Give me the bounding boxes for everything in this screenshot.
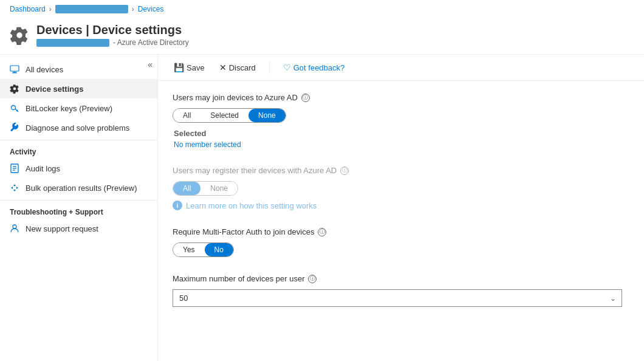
content-area: 💾 Save ✕ Discard ♡ Got feedback? Users m…	[158, 55, 644, 361]
sidebar-label-bitlocker: BitLocker keys (Preview)	[26, 104, 112, 113]
register-devices-info-icon[interactable]: ⓘ	[340, 167, 349, 175]
page-header: Devices | Device settings - Azure Active…	[0, 18, 644, 55]
breadcrumb: Dashboard › › Devices	[0, 0, 644, 18]
subtitle-text: - Azure Active Directory	[113, 38, 189, 47]
main-layout: « All devices Device settings BitLocker …	[0, 55, 644, 361]
sidebar-label-diagnose: Diagnose and solve problems	[26, 123, 129, 132]
register-devices-info-link[interactable]: i Learn more on how this setting works	[173, 201, 629, 210]
breadcrumb-sep1: ›	[49, 5, 52, 13]
sidebar-item-new-support[interactable]: New support request	[0, 219, 157, 238]
max-devices-dropdown-wrap: 50 5 10 20 Unlimited ⌄	[173, 289, 622, 307]
toolbar: 💾 Save ✕ Discard ♡ Got feedback?	[158, 55, 644, 81]
feedback-label: Got feedback?	[293, 63, 345, 72]
join-devices-label: Users may join devices to Azure AD ⓘ	[173, 93, 629, 102]
sidebar-item-bulk-operation[interactable]: Bulk operation results (Preview)	[0, 178, 157, 198]
max-devices-info-icon[interactable]: ⓘ	[308, 275, 317, 283]
sidebar-label-new-support: New support request	[26, 224, 98, 233]
log-icon	[10, 163, 19, 173]
join-devices-all-option[interactable]: All	[173, 109, 200, 122]
selected-title: Selected	[174, 129, 629, 138]
save-icon: 💾	[174, 63, 184, 72]
mfa-info-icon[interactable]: ⓘ	[318, 228, 326, 236]
discard-label: Discard	[229, 63, 256, 72]
save-button[interactable]: 💾 Save	[168, 60, 211, 75]
breadcrumb-sep2: ›	[132, 5, 134, 13]
join-devices-none-option[interactable]: None	[248, 109, 286, 122]
mfa-no-option[interactable]: No	[205, 243, 233, 256]
register-devices-toggle-group: All None	[173, 181, 238, 196]
page-title-wrap: Devices | Device settings - Azure Active…	[36, 23, 189, 47]
max-devices-setting: Maximum number of devices per user ⓘ 50 …	[173, 274, 629, 307]
discard-button[interactable]: ✕ Discard	[213, 60, 262, 75]
page-icon	[10, 26, 29, 47]
gear-icon	[10, 84, 19, 94]
svg-line-6	[16, 111, 17, 111]
svg-point-3	[12, 106, 16, 110]
svg-line-5	[17, 110, 18, 111]
join-devices-info-icon[interactable]: ⓘ	[301, 94, 310, 102]
mfa-label-text: Require Multi-Factor Auth to join device…	[173, 227, 314, 236]
feedback-icon: ♡	[283, 63, 291, 72]
join-devices-label-text: Users may join devices to Azure AD	[173, 93, 298, 102]
register-devices-all-option[interactable]: All	[173, 182, 200, 195]
sidebar-item-all-devices[interactable]: All devices	[0, 60, 157, 79]
sidebar-item-diagnose[interactable]: Diagnose and solve problems	[0, 118, 157, 137]
svg-point-11	[13, 225, 16, 229]
max-devices-select[interactable]: 50 5 10 20 Unlimited	[173, 289, 622, 307]
max-devices-label-text: Maximum number of devices per user	[173, 274, 304, 283]
troubleshooting-section-title: Troubleshooting + Support	[0, 200, 157, 219]
register-devices-label-text: Users may register their devices with Az…	[173, 166, 337, 175]
svg-rect-2	[12, 73, 17, 74]
join-devices-setting: Users may join devices to Azure AD ⓘ All…	[173, 93, 629, 149]
sidebar-item-bitlocker[interactable]: BitLocker keys (Preview)	[0, 98, 157, 118]
activity-section-title: Activity	[0, 140, 157, 159]
selected-empty: No member selected	[174, 140, 629, 149]
mfa-label: Require Multi-Factor Auth to join device…	[173, 227, 629, 236]
mfa-toggle-group: Yes No	[173, 242, 234, 257]
breadcrumb-middle	[55, 5, 128, 13]
recycle-icon	[10, 183, 19, 193]
subtitle-blurred	[36, 39, 109, 47]
save-label: Save	[187, 63, 205, 72]
join-devices-selected-section: Selected No member selected	[174, 129, 629, 149]
page-subtitle: - Azure Active Directory	[36, 38, 189, 47]
join-devices-toggle-group: All Selected None	[173, 108, 286, 123]
toolbar-separator	[269, 61, 270, 74]
max-devices-label: Maximum number of devices per user ⓘ	[173, 274, 629, 283]
breadcrumb-devices[interactable]: Devices	[138, 5, 164, 13]
sidebar-label-bulk-operation: Bulk operation results (Preview)	[26, 184, 137, 193]
info-circle-icon: i	[173, 201, 182, 210]
sidebar-label-device-settings: Device settings	[26, 84, 83, 94]
page-title: Devices | Device settings	[36, 23, 189, 37]
mfa-setting: Require Multi-Factor Auth to join device…	[173, 227, 629, 257]
svg-rect-1	[13, 72, 16, 73]
register-devices-learn-more: Learn more on how this setting works	[186, 201, 317, 210]
svg-rect-0	[10, 66, 19, 71]
sidebar-item-audit-logs[interactable]: Audit logs	[0, 159, 157, 178]
sidebar-label-all-devices: All devices	[26, 65, 63, 74]
sidebar-item-device-settings[interactable]: Device settings	[0, 79, 157, 98]
monitor-icon	[10, 64, 19, 74]
register-devices-setting: Users may register their devices with Az…	[173, 166, 629, 210]
breadcrumb-dashboard[interactable]: Dashboard	[10, 5, 46, 13]
sidebar: « All devices Device settings BitLocker …	[0, 55, 158, 361]
key-icon	[10, 103, 19, 113]
register-devices-none-option[interactable]: None	[200, 182, 238, 195]
join-devices-selected-option[interactable]: Selected	[200, 109, 248, 122]
mfa-yes-option[interactable]: Yes	[173, 243, 205, 256]
feedback-button[interactable]: ♡ Got feedback?	[277, 60, 351, 75]
sidebar-collapse-button[interactable]: «	[148, 60, 152, 69]
sidebar-label-audit-logs: Audit logs	[26, 164, 60, 173]
discard-icon: ✕	[219, 63, 227, 72]
content-body: Users may join devices to Azure AD ⓘ All…	[158, 81, 644, 336]
user-support-icon	[10, 224, 19, 233]
wrench-icon	[10, 123, 19, 132]
register-devices-label: Users may register their devices with Az…	[173, 166, 629, 175]
